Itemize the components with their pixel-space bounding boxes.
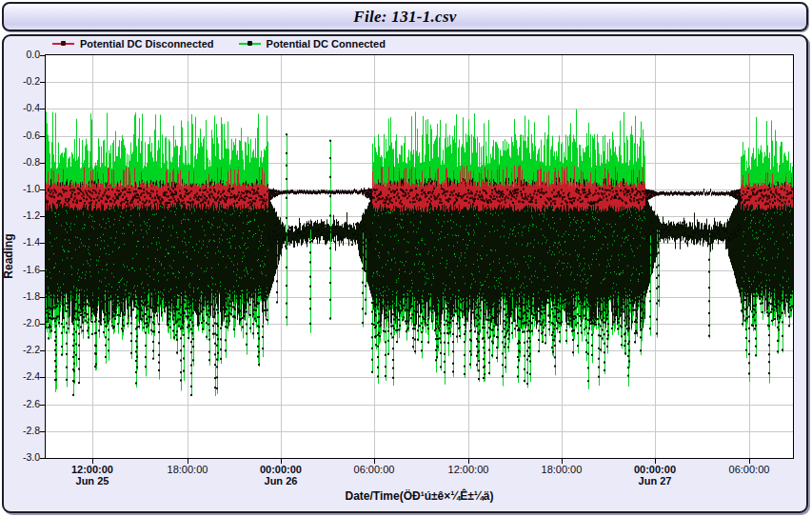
app-window: File: 131-1.csv Potential DC Disconnecte… <box>0 0 812 517</box>
y-tick-label: 0.0 <box>0 49 40 60</box>
y-tick-label: -1.8 <box>0 290 40 302</box>
y-tick-mark-icon <box>40 458 45 459</box>
y-tick-label: -2.2 <box>0 344 40 355</box>
y-tick-label: -2.8 <box>0 425 40 436</box>
y-tick-label: -2.0 <box>0 317 40 328</box>
y-tick-label: -1.0 <box>0 183 40 194</box>
y-tick-mark-icon <box>40 243 45 244</box>
y-tick-mark-icon <box>40 431 45 432</box>
green-line-marker-icon <box>239 43 261 45</box>
x-tick-date-label: Jun 25 <box>50 475 135 487</box>
y-tick-mark-icon <box>40 82 45 83</box>
y-tick-mark-icon <box>40 270 45 271</box>
legend: Potential DC Disconnected Potential DC C… <box>52 38 386 50</box>
y-tick-mark-icon <box>40 405 45 406</box>
y-tick-label: -0.2 <box>0 75 40 87</box>
page-title: File: 131-1.csv <box>353 8 456 27</box>
x-tick-label: 00:00:00 <box>612 464 698 475</box>
x-tick-label: 12:00:00 <box>50 464 135 475</box>
red-line-marker-icon <box>52 43 74 45</box>
y-axis-title: Reading <box>2 218 15 294</box>
legend-item-disconnected: Potential DC Disconnected <box>52 38 214 50</box>
x-tick-label: 18:00:00 <box>145 464 230 475</box>
y-tick-mark-icon <box>40 377 45 378</box>
y-tick-label: -2.4 <box>0 370 40 382</box>
y-tick-mark-icon <box>40 163 45 164</box>
y-tick-mark-icon <box>40 297 45 298</box>
y-tick-mark-icon <box>40 109 45 109</box>
y-tick-label: -1.4 <box>0 236 40 248</box>
y-tick-label: -0.4 <box>0 102 40 113</box>
y-tick-mark-icon <box>40 216 45 217</box>
x-tick-label: 18:00:00 <box>519 464 604 475</box>
x-tick-label: 00:00:00 <box>238 464 324 475</box>
x-tick-date-label: Jun 27 <box>612 475 698 487</box>
legend-item-connected: Potential DC Connected <box>239 38 386 50</box>
x-axis-title: Date/Time(ÖÐ¹ú±ê×¼Ê±¼ä) <box>46 489 793 503</box>
chart-canvas <box>46 55 793 458</box>
x-tick-label: 06:00:00 <box>331 464 417 475</box>
plot-area <box>45 54 794 459</box>
y-tick-label: -0.6 <box>0 129 40 141</box>
legend-label-disconnected: Potential DC Disconnected <box>80 38 214 50</box>
y-tick-mark-icon <box>40 350 45 351</box>
x-tick-label: 12:00:00 <box>426 464 511 475</box>
y-tick-label: -1.6 <box>0 264 40 275</box>
y-tick-mark-icon <box>40 324 45 325</box>
y-tick-label: -2.6 <box>0 398 40 409</box>
x-tick-label: 06:00:00 <box>706 464 792 475</box>
title-bar: File: 131-1.csv <box>2 2 808 31</box>
y-tick-label: -3.0 <box>0 451 40 463</box>
y-tick-mark-icon <box>40 189 45 190</box>
y-tick-mark-icon <box>40 136 45 137</box>
legend-label-connected: Potential DC Connected <box>267 38 386 50</box>
y-tick-label: -1.2 <box>0 209 40 221</box>
y-tick-label: -0.8 <box>0 156 40 168</box>
y-tick-mark-icon <box>40 55 45 56</box>
x-tick-date-label: Jun 26 <box>238 475 324 487</box>
